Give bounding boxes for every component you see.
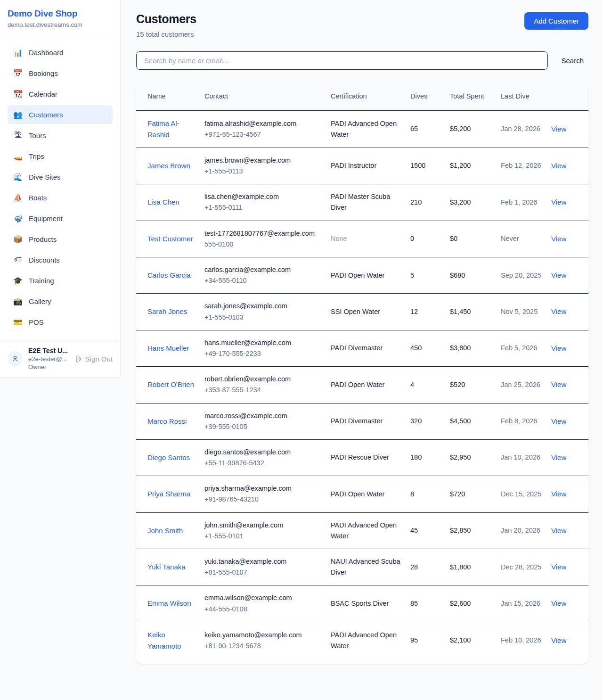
view-link[interactable]: View: [551, 453, 566, 461]
view-link[interactable]: View: [551, 344, 566, 352]
table-row: Robert O'Brienrobert.obrien@example.com+…: [136, 367, 588, 403]
customer-name-link[interactable]: Fatima Al-Rashid: [147, 119, 179, 139]
customer-actions-cell: View: [551, 476, 588, 512]
customer-name-link[interactable]: Lisa Chen: [147, 198, 179, 206]
sign-out-icon: [74, 355, 82, 363]
customer-phone: +49-170-555-2233: [204, 348, 323, 359]
sidebar-item-trips[interactable]: 🚤Trips: [8, 147, 113, 165]
view-link[interactable]: View: [551, 636, 566, 644]
customer-name-link[interactable]: Emma Wilson: [147, 599, 191, 607]
search-button[interactable]: Search: [548, 57, 588, 65]
customer-last-dive-cell: Jan 15, 2026: [501, 585, 551, 622]
table-row: James Brownjames.brown@example.com+1-555…: [136, 148, 588, 184]
customer-name-cell: Fatima Al-Rashid: [136, 110, 204, 148]
view-link[interactable]: View: [551, 162, 566, 170]
customer-contact-cell: test-1772681807767@example.com555-0100: [204, 221, 331, 257]
customer-contact-cell: emma.wilson@example.com+44-555-0108: [204, 585, 331, 622]
view-link[interactable]: View: [551, 380, 566, 388]
customer-last-dive-cell: Jan 28, 2026: [501, 110, 551, 148]
customer-last-dive-cell: Never: [501, 221, 551, 257]
customer-contact-cell: hans.mueller@example.com+49-170-555-2233: [204, 330, 331, 366]
sidebar-item-bookings[interactable]: 📅Bookings: [8, 64, 113, 82]
customer-name-link[interactable]: Test Customer: [147, 235, 193, 243]
customer-contact-cell: diego.santos@example.com+55-11-99876-543…: [204, 439, 331, 476]
sidebar-item-label: Dashboard: [29, 49, 63, 57]
customer-certification-cell: PADI Instructor: [331, 148, 410, 184]
customer-certification-cell: PADI Advanced Open Water: [331, 622, 410, 659]
sidebar-item-boats[interactable]: ⛵Boats: [8, 188, 113, 207]
customer-email: john.smith@example.com: [204, 520, 323, 531]
table-row: Emma Wilsonemma.wilson@example.com+44-55…: [136, 585, 588, 622]
customer-certification-cell: PADI Open Water: [331, 257, 410, 294]
table-row: Keiko Yamamotokeiko.yamamoto@example.com…: [136, 622, 588, 659]
customer-name-link[interactable]: Sarah Jones: [147, 307, 187, 315]
customer-contact-cell: sarah.jones@example.com+1-555-0103: [204, 294, 331, 330]
customer-total-spent-cell: $520: [450, 367, 501, 403]
customer-name-link[interactable]: Priya Sharma: [147, 490, 190, 498]
customer-name-link[interactable]: Hans Mueller: [147, 344, 189, 352]
customer-dives-cell: 85: [410, 585, 450, 622]
sidebar-nav: 📊Dashboard📅Bookings📆Calendar👥Customers🏝T…: [0, 36, 120, 340]
customer-total-spent-cell: $3,200: [450, 184, 501, 221]
customer-name-link[interactable]: Yuki Tanaka: [147, 563, 186, 571]
customer-name-link[interactable]: Marco Rossi: [147, 417, 187, 425]
page-title: Customers: [136, 12, 196, 26]
view-link[interactable]: View: [551, 125, 566, 133]
customer-phone: +1-555-0113: [204, 166, 323, 177]
customer-name-cell: Emma Wilson: [136, 585, 204, 622]
customer-dives-cell: 320: [410, 403, 450, 439]
customer-name-link[interactable]: John Smith: [147, 527, 183, 535]
view-link[interactable]: View: [551, 235, 566, 243]
customer-last-dive-cell: Feb 8, 2026: [501, 403, 551, 439]
customer-email: carlos.garcia@example.com: [204, 264, 323, 275]
customer-phone: +353-87-555-1234: [204, 385, 323, 395]
view-link[interactable]: View: [551, 490, 566, 498]
sidebar-item-dashboard[interactable]: 📊Dashboard: [8, 43, 113, 62]
view-link[interactable]: View: [551, 599, 566, 607]
column-header-name: Name: [136, 82, 204, 110]
customer-total-spent-cell: $3,800: [450, 330, 501, 366]
table-row: Hans Muellerhans.mueller@example.com+49-…: [136, 330, 588, 366]
view-link[interactable]: View: [551, 307, 566, 315]
view-link[interactable]: View: [551, 198, 566, 206]
customer-name-link[interactable]: Carlos Garcia: [147, 271, 191, 279]
customer-certification-cell: PADI Advanced Open Water: [331, 110, 410, 148]
view-link[interactable]: View: [551, 417, 566, 425]
speedboat-icon: 🚤: [13, 152, 23, 161]
sidebar-item-label: POS: [29, 318, 44, 326]
view-link[interactable]: View: [551, 271, 566, 279]
customer-actions-cell: View: [551, 257, 588, 294]
sidebar-item-discounts[interactable]: 🏷Discounts: [8, 250, 113, 269]
bar-chart-icon: 📊: [13, 48, 23, 57]
sidebar-item-customers[interactable]: 👥Customers: [8, 105, 113, 124]
sign-out-button[interactable]: Sign Out: [74, 355, 113, 363]
sidebar-item-training[interactable]: 🎓Training: [8, 271, 113, 290]
sidebar-item-products[interactable]: 📦Products: [8, 230, 113, 248]
customer-name-link[interactable]: Robert O'Brien: [147, 380, 194, 388]
sidebar-item-pos[interactable]: 💳POS: [8, 313, 113, 331]
sidebar-item-label: Training: [29, 277, 54, 285]
customer-total-spent-cell: $5,200: [450, 110, 501, 148]
customer-name-link[interactable]: James Brown: [147, 162, 190, 170]
customer-phone: +91-98765-43210: [204, 494, 323, 505]
page-header: Customers 15 total customers Add Custome…: [136, 12, 588, 38]
sidebar-item-calendar[interactable]: 📆Calendar: [8, 84, 113, 103]
customer-name-link[interactable]: Keiko Yamamoto: [147, 631, 181, 650]
customer-certification-cell: BSAC Sports Diver: [331, 585, 410, 622]
customer-name-link[interactable]: Diego Santos: [147, 453, 190, 461]
customer-email: hans.mueller@example.com: [204, 338, 323, 348]
sidebar-item-dive-sites[interactable]: 🌊Dive Sites: [8, 167, 113, 186]
sidebar-item-tours[interactable]: 🏝Tours: [8, 126, 113, 145]
sidebar-item-equipment[interactable]: 🤿Equipment: [8, 209, 113, 228]
customer-name-cell: Test Customer: [136, 221, 204, 257]
view-link[interactable]: View: [551, 527, 566, 535]
customer-total-spent-cell: $1,800: [450, 549, 501, 585]
customer-total-spent-cell: $720: [450, 476, 501, 512]
add-customer-button[interactable]: Add Customer: [524, 12, 588, 30]
sidebar-item-label: Equipment: [29, 214, 63, 222]
customer-actions-cell: View: [551, 294, 588, 330]
search-input[interactable]: [136, 51, 548, 70]
view-link[interactable]: View: [551, 563, 566, 571]
sidebar-item-gallery[interactable]: 📸Gallery: [8, 292, 113, 311]
calendar-date-icon: 📅: [13, 69, 23, 78]
